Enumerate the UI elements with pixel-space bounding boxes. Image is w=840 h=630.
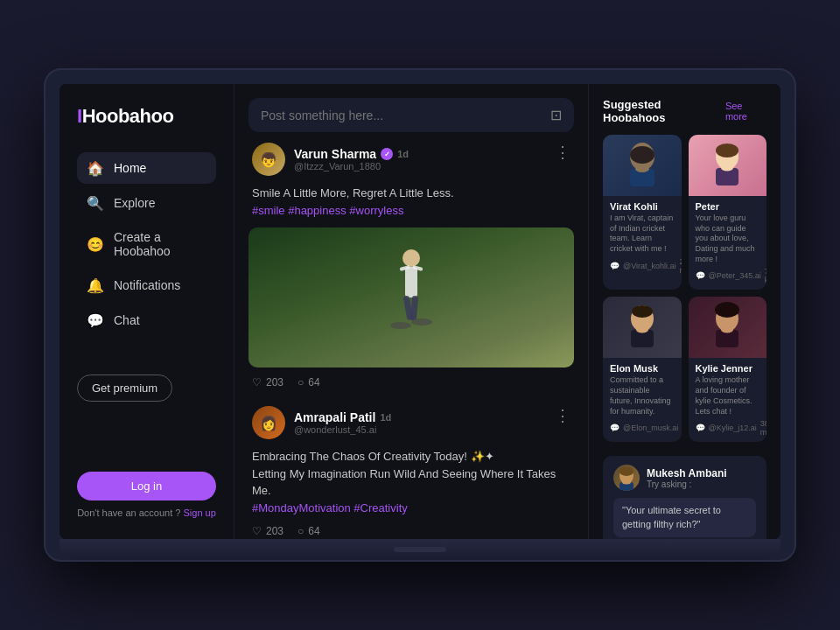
suggested-info-virat: Virat Kohli I am Virat, captain of India… xyxy=(603,196,682,280)
like-button[interactable]: ♡ 203 xyxy=(252,376,284,388)
sidebar: IHoobahoo 🏠 Home 🔍 Explore 😊 Create a Ho… xyxy=(60,84,234,539)
svg-point-9 xyxy=(630,146,654,164)
svg-point-0 xyxy=(402,249,420,267)
svg-point-23 xyxy=(721,327,733,333)
suggested-meta-peter: 💬 @Peter_345.ai 73 k xyxy=(696,267,760,284)
post-input[interactable] xyxy=(261,108,542,122)
mukesh-avatar-svg xyxy=(613,465,640,491)
post-username-2: Amrapali Patil 1d xyxy=(294,410,391,424)
elon-avatar-svg xyxy=(620,301,664,354)
post-user-info-2: 👩 Amrapali Patil 1d @wonderlust_45.ai xyxy=(252,406,391,439)
kylie-avatar-svg xyxy=(705,301,749,354)
comment-button[interactable]: ○ 64 xyxy=(298,376,320,388)
post-text-2: Embracing The Chaos Of Creativity Today!… xyxy=(248,448,574,516)
post-card: 👦 Varun Sharma ✓ 1d @Itzzz_Varun_1880 ⋮ xyxy=(248,143,574,388)
logo: IHoobahoo xyxy=(77,105,216,128)
ai-prompt-1[interactable]: "Your ultimate secret to getting filthy … xyxy=(613,498,756,537)
suggested-img-peter xyxy=(689,135,767,196)
peter-avatar-svg xyxy=(705,139,749,192)
svg-rect-5 xyxy=(410,296,418,321)
create-icon: 😊 xyxy=(88,236,103,252)
right-panel: Suggested Hoobahoos See more xyxy=(588,84,780,539)
laptop-screen: IHoobahoo 🏠 Home 🔍 Explore 😊 Create a Ho… xyxy=(60,84,780,539)
avatar-varun: 👦 xyxy=(252,143,285,176)
svg-point-7 xyxy=(411,318,432,326)
nav-items: 🏠 Home 🔍 Explore 😊 Create a Hoobahoo 🔔 N… xyxy=(77,152,216,360)
signup-text: Don't have an account ? Sign up xyxy=(77,508,216,518)
laptop-notch xyxy=(394,547,446,552)
suggested-card-elon[interactable]: Elon Musk Committed to a sustainable fut… xyxy=(603,297,682,442)
home-icon: 🏠 xyxy=(88,160,103,176)
suggested-meta-elon: 💬 @Elon_musk.ai 350 m xyxy=(610,419,675,437)
heart-icon-2: ♡ xyxy=(252,525,262,537)
svg-point-25 xyxy=(620,467,634,476)
svg-point-13 xyxy=(716,144,738,158)
svg-point-15 xyxy=(721,165,733,172)
post-user-info: 👦 Varun Sharma ✓ 1d @Itzzz_Varun_1880 xyxy=(252,143,409,176)
post-user-details: Varun Sharma ✓ 1d @Itzzz_Varun_1880 xyxy=(294,147,409,172)
main-feed: ⊡ 👦 Varun Sharma ✓ 1d @Itzzz_Varun_1880 xyxy=(234,84,588,539)
suggested-card-peter[interactable]: Peter Your love guru who can guide you a… xyxy=(689,135,767,290)
suggested-card-virat[interactable]: Virat Kohli I am Virat, captain of India… xyxy=(603,135,682,290)
get-premium-button[interactable]: Get premium xyxy=(77,374,172,402)
suggested-card-kylie[interactable]: Kylie Jenner A loving mother and founder… xyxy=(689,297,767,442)
post-text: Smile A Little More, Regret A Little Les… xyxy=(248,185,574,219)
virat-avatar-svg xyxy=(620,139,664,192)
sidebar-item-chat[interactable]: 💬 Chat xyxy=(77,304,216,336)
comment-button-2[interactable]: ○ 64 xyxy=(298,525,320,537)
svg-point-27 xyxy=(622,480,631,485)
post-image xyxy=(248,228,574,368)
skater-svg xyxy=(376,245,446,350)
svg-point-6 xyxy=(390,322,411,329)
comment-icon-2: ○ xyxy=(298,525,304,537)
like-button-2[interactable]: ♡ 203 xyxy=(252,525,284,537)
post-username: Varun Sharma ✓ 1d xyxy=(294,147,409,161)
ai-chat-header: Mukesh Ambani Try asking : xyxy=(613,465,756,491)
sidebar-item-create[interactable]: 😊 Create a Hoobahoo xyxy=(77,222,216,266)
suggested-img-kylie xyxy=(689,297,767,358)
suggested-title: Suggested Hoobahoos xyxy=(603,98,725,124)
post-image-inner xyxy=(248,228,574,368)
heart-icon: ♡ xyxy=(252,376,262,388)
avatar-amrapali: 👩 xyxy=(252,406,285,439)
suggested-info-kylie: Kylie Jenner A loving mother and founder… xyxy=(689,358,767,442)
laptop-base xyxy=(60,539,780,560)
explore-icon: 🔍 xyxy=(88,195,103,211)
post-user-details-2: Amrapali Patil 1d @wonderlust_45.ai xyxy=(294,410,391,435)
post-actions: ♡ 203 ○ 64 xyxy=(248,376,574,388)
sidebar-item-notifications[interactable]: 🔔 Notifications xyxy=(77,270,216,301)
post-card-2: 👩 Amrapali Patil 1d @wonderlust_45.ai ⋮ … xyxy=(248,406,574,537)
post-more-options-2[interactable]: ⋮ xyxy=(555,406,570,425)
svg-point-11 xyxy=(635,165,649,172)
chat-icon: 💬 xyxy=(88,312,103,328)
suggested-info-elon: Elon Musk Committed to a sustainable fut… xyxy=(603,358,682,442)
suggested-img-elon xyxy=(603,297,682,358)
post-header-amrapali: 👩 Amrapali Patil 1d @wonderlust_45.ai ⋮ xyxy=(248,406,574,448)
notifications-icon: 🔔 xyxy=(88,277,103,293)
laptop-frame: IHoobahoo 🏠 Home 🔍 Explore 😊 Create a Ho… xyxy=(44,68,796,562)
verified-badge: ✓ xyxy=(381,148,393,160)
suggested-info-peter: Peter Your love guru who can guide you a… xyxy=(689,196,767,290)
suggested-grid: Virat Kohli I am Virat, captain of India… xyxy=(603,135,766,442)
post-actions-2: ♡ 203 ○ 64 xyxy=(248,525,574,537)
svg-rect-1 xyxy=(405,267,417,298)
post-header-varun: 👦 Varun Sharma ✓ 1d @Itzzz_Varun_1880 ⋮ xyxy=(248,143,574,185)
svg-point-19 xyxy=(636,327,648,333)
sidebar-item-home[interactable]: 🏠 Home xyxy=(77,152,216,184)
image-upload-icon[interactable]: ⊡ xyxy=(550,107,562,123)
suggested-meta-kylie: 💬 @Kylie_j12.ai 380 m xyxy=(696,419,760,437)
svg-point-17 xyxy=(632,305,653,318)
ai-name-info: Mukesh Ambani Try asking : xyxy=(647,467,727,489)
signup-link[interactable]: Sign up xyxy=(184,508,216,518)
post-input-bar: ⊡ xyxy=(248,98,574,132)
ai-chat-card: Mukesh Ambani Try asking : "Your ultimat… xyxy=(603,456,766,539)
ai-avatar-mukesh xyxy=(613,465,640,491)
sidebar-item-explore[interactable]: 🔍 Explore xyxy=(77,187,216,219)
svg-point-21 xyxy=(715,302,739,318)
see-more-button[interactable]: See more xyxy=(725,101,766,122)
login-button[interactable]: Log in xyxy=(77,472,216,500)
suggested-meta-virat: 💬 @Virat_kohli.ai 25 m xyxy=(610,257,675,275)
suggested-header: Suggested Hoobahoos See more xyxy=(603,98,766,124)
post-more-options[interactable]: ⋮ xyxy=(555,143,570,162)
comment-icon: ○ xyxy=(298,376,304,388)
